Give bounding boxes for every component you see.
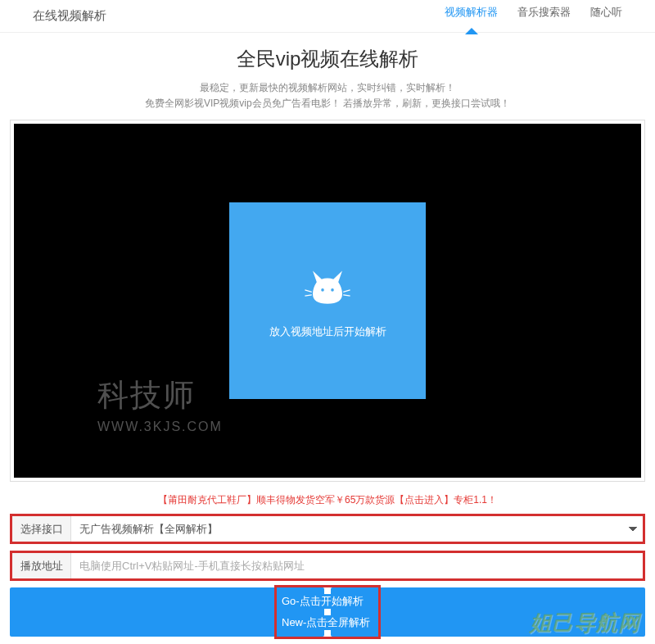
svg-line-3 (305, 295, 311, 296)
nav-music-search[interactable]: 音乐搜索器 (517, 5, 571, 28)
url-label: 播放地址 (12, 553, 71, 578)
interface-select[interactable]: 无广告视频解析【全网解析】 (71, 516, 643, 542)
go-button[interactable] (10, 587, 324, 637)
nav-listen[interactable]: 随心听 (590, 5, 622, 28)
subtitle-line2: 免费全网影视VIP视频vip会员免广告看电影！ 若播放异常，刷新，更换接口尝试哦… (0, 96, 655, 111)
svg-line-2 (305, 290, 311, 292)
interface-row: 选择接口 无广告视频解析【全网解析】 (10, 514, 645, 544)
nav-video-parser[interactable]: 视频解析器 (445, 5, 498, 28)
video-player[interactable]: 放入视频地址后开始解析 科技师 WWW.3KJS.COM (14, 124, 641, 478)
svg-line-4 (343, 290, 350, 292)
page-title: 全民vip视频在线解析 (0, 46, 655, 72)
promo-ad[interactable]: 【莆田耐克代工鞋厂】顺丰得物发货空军￥65万款货源【点击进入】专柜1.1！ (0, 493, 655, 507)
subtitle-line1: 最稳定，更新最快的视频解析网站，实时纠错，实时解析！ (0, 80, 655, 96)
action-buttons: Go-点击开始解析 New-点击全屏解析 (10, 587, 645, 637)
url-row: 播放地址 (10, 551, 645, 581)
video-placeholder: 放入视频地址后开始解析 (229, 202, 426, 399)
watermark-line2: WWW.3KJS.COM (97, 420, 223, 434)
svg-line-5 (343, 295, 350, 296)
nav-links: 视频解析器 音乐搜索器 随心听 (445, 5, 622, 28)
watermark-line1: 科技师 (97, 374, 223, 416)
interface-label: 选择接口 (12, 516, 71, 542)
cat-icon (303, 263, 352, 311)
placeholder-text: 放入视频地址后开始解析 (269, 324, 386, 339)
video-container: 放入视频地址后开始解析 科技师 WWW.3KJS.COM (10, 120, 645, 482)
watermark: 科技师 WWW.3KJS.COM (97, 374, 223, 434)
top-navigation: 在线视频解析 视频解析器 音乐搜索器 随心听 (0, 0, 655, 33)
subtitle: 最稳定，更新最快的视频解析网站，实时纠错，实时解析！ 免费全网影视VIP视频vi… (0, 80, 655, 111)
url-input[interactable] (71, 553, 643, 578)
svg-point-0 (321, 288, 324, 292)
new-button[interactable] (331, 587, 645, 637)
svg-point-1 (331, 288, 334, 292)
brand-title: 在线视频解析 (33, 8, 106, 24)
